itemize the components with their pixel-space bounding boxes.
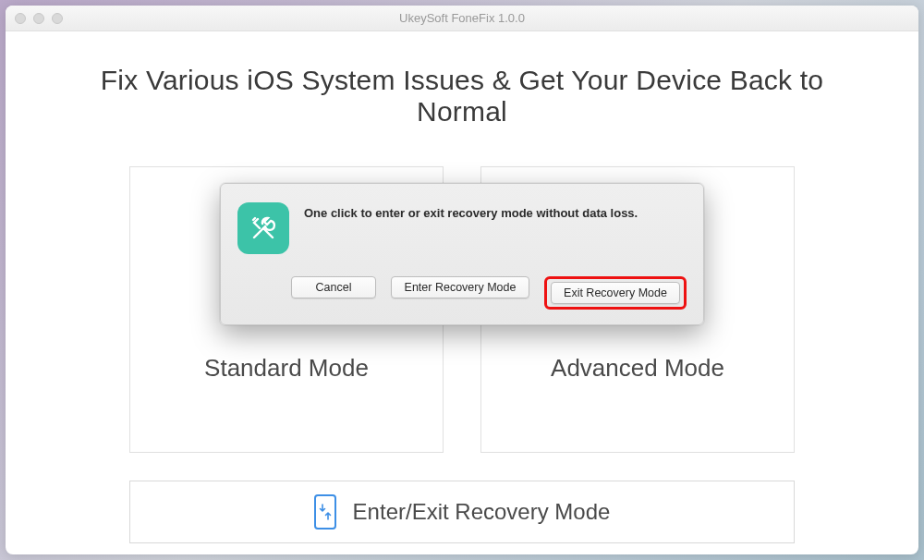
minimize-window-button[interactable] [33, 13, 44, 24]
enter-exit-recovery-label: Enter/Exit Recovery Mode [353, 499, 611, 525]
phone-arrows-icon [314, 494, 336, 530]
advanced-mode-title: Advanced Mode [551, 354, 724, 383]
tools-icon [237, 202, 289, 254]
standard-mode-title: Standard Mode [204, 354, 369, 383]
highlight-annotation: Exit Recovery Mode [544, 276, 687, 310]
maximize-window-button[interactable] [52, 13, 63, 24]
dialog-message: One click to enter or exit recovery mode… [304, 202, 638, 220]
close-window-button[interactable] [15, 13, 26, 24]
enter-recovery-mode-button[interactable]: Enter Recovery Mode [391, 276, 529, 298]
enter-exit-recovery-button[interactable]: Enter/Exit Recovery Mode [129, 481, 795, 543]
exit-recovery-mode-button[interactable]: Exit Recovery Mode [551, 282, 680, 304]
window-title: UkeySoft FoneFix 1.0.0 [6, 11, 918, 25]
recovery-mode-dialog: One click to enter or exit recovery mode… [220, 183, 704, 325]
cancel-button[interactable]: Cancel [291, 276, 376, 298]
titlebar: UkeySoft FoneFix 1.0.0 [6, 6, 918, 31]
dialog-buttons: Cancel Enter Recovery Mode Exit Recovery… [237, 276, 687, 310]
window-controls [15, 13, 63, 24]
dialog-body: One click to enter or exit recovery mode… [237, 202, 687, 254]
page-title: Fix Various iOS System Issues & Get Your… [57, 65, 867, 128]
